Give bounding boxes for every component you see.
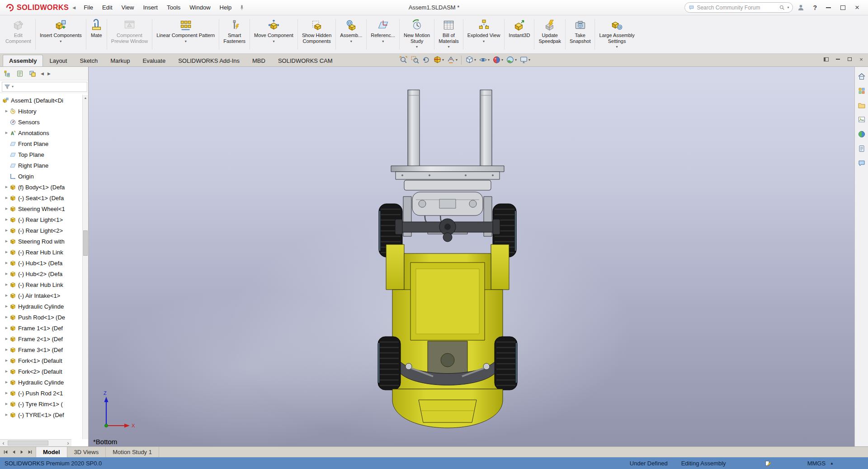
design-library-icon[interactable]	[857, 86, 867, 96]
graphics-area[interactable]: Z X *Bottom	[89, 67, 854, 446]
ribbon-linear-component-pattern-button[interactable]: Linear Component Pattern▾	[153, 16, 218, 52]
section-view-flyout-arrow[interactable]: ▾	[442, 58, 444, 62]
expander-icon[interactable]: ▶	[4, 380, 9, 384]
expander-icon[interactable]: ▶	[4, 413, 9, 417]
last-tab-button[interactable]	[26, 448, 34, 457]
tree-item-history[interactable]: ▶History	[0, 106, 88, 117]
ribbon-reference-geometry-flyout-arrow[interactable]: ▾	[382, 40, 384, 43]
tree-item-hub-2-defa[interactable]: ▶(-) Hub<2> (Defa	[0, 268, 88, 279]
hscroll-track[interactable]	[7, 440, 65, 446]
menu-help[interactable]: Help	[215, 0, 236, 15]
filter-dropdown-arrow-icon[interactable]: ▾	[12, 84, 14, 89]
view-settings-flyout-arrow[interactable]: ▾	[528, 58, 530, 62]
expander-icon[interactable]: ▶	[4, 294, 9, 297]
panel-prev-arrow-icon[interactable]: ◀	[41, 71, 44, 76]
tree-item-origin[interactable]: Origin	[0, 171, 88, 182]
expander-icon[interactable]: ▶	[4, 207, 9, 211]
ribbon-mate-button[interactable]: Mate	[87, 16, 106, 52]
menu-tools[interactable]: Tools	[162, 0, 185, 15]
tree-item-fork-1-default[interactable]: ▶Fork<1> (Default	[0, 355, 88, 366]
close-button[interactable]: ×	[850, 0, 864, 15]
user-account-icon[interactable]	[797, 4, 805, 11]
scroll-right-arrow-icon[interactable]: ›	[65, 440, 71, 446]
tree-item-push-rod-2-1[interactable]: ▶(-) Push Rod 2<1	[0, 388, 88, 399]
display-style-flyout-arrow[interactable]: ▾	[474, 58, 476, 62]
filter-input[interactable]	[15, 84, 85, 90]
help-icon[interactable]: ?	[813, 4, 817, 11]
previous-view-button[interactable]	[420, 55, 432, 65]
tree-item-f-body-1-defa[interactable]: ▶(f) Body<1> (Defa	[0, 182, 88, 192]
dock-pane-icon[interactable]	[823, 56, 829, 62]
menu-insert[interactable]: Insert	[138, 0, 162, 15]
tree-item-right-plane[interactable]: Right Plane	[0, 160, 88, 171]
expander-icon[interactable]: ▶	[4, 218, 9, 221]
tree-item-annotations[interactable]: ▶Annotations	[0, 127, 88, 138]
ribbon-reference-geometry-button[interactable]: Referenc...▾	[367, 16, 399, 52]
ribbon-take-snapshot-button[interactable]: TakeSnapshot	[566, 16, 594, 52]
expander-icon[interactable]: ▶	[4, 196, 9, 200]
appearances-icon[interactable]	[857, 129, 867, 139]
unit-system-label[interactable]: MMGS	[807, 460, 826, 467]
expander-icon[interactable]: ▶	[4, 109, 9, 113]
expander-icon[interactable]: ▶	[4, 229, 9, 232]
tree-item-tyre-rim-1[interactable]: ▶(-) Tyre Rim<1> (	[0, 399, 88, 409]
menu-file[interactable]: File	[79, 0, 98, 15]
expander-icon[interactable]: ▶	[4, 326, 9, 330]
tree-scroll-thumb[interactable]	[83, 230, 88, 256]
tree-item-seat-1-defa[interactable]: ▶(-) Seat<1> (Defa	[0, 192, 88, 203]
expander-icon[interactable]: ▶	[4, 305, 9, 308]
ribbon-bill-of-materials-flyout-arrow[interactable]: ▾	[448, 45, 449, 49]
tab-motion-study-1[interactable]: Motion Study 1	[106, 447, 159, 457]
tree-item-rear-light-1[interactable]: ▶(-) Rear Light<1>	[0, 214, 88, 225]
units-dropdown-arrow-icon[interactable]: ▲	[830, 461, 834, 465]
ribbon-insert-components-button[interactable]: Insert Components▾	[36, 16, 85, 52]
zoom-to-fit-button[interactable]	[398, 55, 409, 65]
ribbon-assembly-features-flyout-arrow[interactable]: ▾	[350, 40, 352, 43]
menu-edit[interactable]: Edit	[98, 0, 117, 15]
menu-view[interactable]: View	[117, 0, 139, 15]
expander-icon[interactable]: ▶	[4, 359, 9, 362]
tree-item-frame-3-1-def[interactable]: ▶Frame 3<1> (Def	[0, 344, 88, 355]
ribbon-assembly-features-button[interactable]: Assemb...▾	[336, 16, 366, 52]
panel-next-arrow-icon[interactable]: ▶	[47, 71, 51, 76]
tab-sketch[interactable]: Sketch	[73, 55, 104, 66]
tree-item-assem1-default-di[interactable]: Assem1 (Default<Di	[0, 95, 88, 106]
tab-markup[interactable]: Markup	[104, 55, 136, 66]
tree-item-rear-hub-link[interactable]: ▶(-) Rear Hub Link	[0, 279, 88, 290]
tab-solidworks-cam[interactable]: SOLIDWORKS CAM	[272, 55, 339, 66]
ribbon-new-motion-study-button[interactable]: New MotionStudy▾	[400, 16, 434, 52]
document-minimize-icon[interactable]	[835, 56, 841, 62]
tree-item-top-plane[interactable]: Top Plane	[0, 149, 88, 160]
view-settings-button[interactable]: ▾	[518, 55, 532, 65]
tree-vertical-scrollbar[interactable]: ▲	[82, 95, 88, 439]
tab-evaluate[interactable]: Evaluate	[137, 55, 172, 66]
expander-icon[interactable]: ▶	[4, 261, 9, 265]
ribbon-smart-fasteners-button[interactable]: SmartFasteners	[220, 16, 249, 52]
tree-horizontal-scrollbar[interactable]: ‹ ›	[0, 439, 71, 446]
expander-icon[interactable]: ▶	[4, 315, 9, 319]
tab-solidworks-add-ins[interactable]: SOLIDWORKS Add-Ins	[172, 55, 246, 66]
expander-icon[interactable]: ▶	[4, 131, 9, 135]
custom-properties-icon[interactable]	[857, 144, 867, 154]
document-close-icon[interactable]: ×	[858, 56, 864, 62]
ribbon-bill-of-materials-button[interactable]: Bill ofMaterials▾	[435, 16, 462, 52]
menu-window[interactable]: Window	[185, 0, 215, 15]
hscroll-thumb[interactable]	[8, 441, 48, 446]
tree-item-steering-wheel-1[interactable]: ▶Steering Wheel<1	[0, 203, 88, 214]
ribbon-large-assembly-settings-button[interactable]: Large AssemblySettings▾	[595, 16, 638, 52]
ribbon-insert-components-flyout-arrow[interactable]: ▾	[60, 40, 61, 43]
ribbon-show-hidden-components-button[interactable]: Show HiddenComponents	[298, 16, 335, 52]
zoom-to-area-button[interactable]	[409, 55, 420, 65]
menu-collapse-arrow-icon[interactable]: ◀	[72, 5, 75, 10]
ribbon-new-motion-study-flyout-arrow[interactable]: ▾	[416, 45, 418, 49]
search-icon[interactable]	[779, 5, 785, 10]
first-tab-button[interactable]	[2, 448, 9, 457]
dynamic-annotation-views-button[interactable]: ▾	[445, 55, 459, 65]
apply-scene-button[interactable]: ▾	[505, 55, 518, 65]
menu-pin-icon[interactable]	[239, 5, 245, 11]
hide-show-items-flyout-arrow[interactable]: ▾	[488, 58, 490, 62]
tab-model[interactable]: Model	[36, 447, 67, 457]
expander-icon[interactable]: ▶	[4, 250, 9, 254]
ribbon-exploded-view-button[interactable]: Exploded View▾	[464, 16, 504, 52]
tree-item-fork-2-default[interactable]: ▶Fork<2> (Default	[0, 366, 88, 377]
